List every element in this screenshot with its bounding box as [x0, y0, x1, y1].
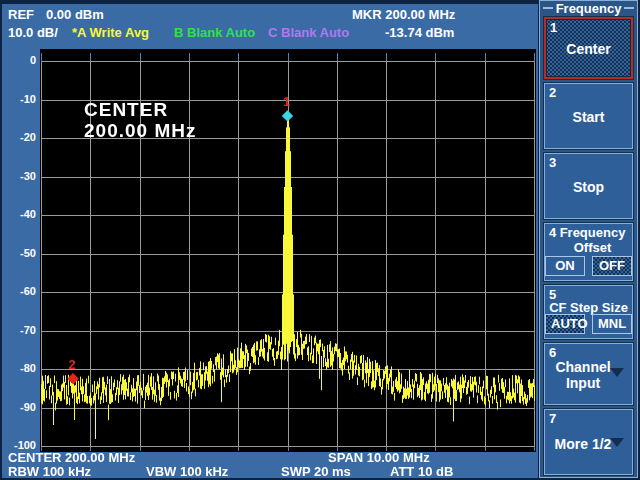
- display-area: REF 0.00 dBm 10.0 dB/ *A Write Avg B Bla…: [2, 4, 538, 478]
- softkey-menu: Frequency 1 Center 2 Start 3 Stop 4 Freq…: [539, 0, 638, 478]
- center-frequency-annotation: CENTER 200.00 MHz: [84, 99, 196, 141]
- divider: [624, 7, 634, 9]
- annotation-line2: 200.00 MHz: [84, 120, 196, 141]
- spectrum-analyzer-screen: REF 0.00 dBm 10.0 dB/ *A Write Avg B Bla…: [0, 0, 640, 480]
- softkey-label: CF Step Size: [545, 300, 632, 315]
- softkey-label: Center: [546, 41, 631, 57]
- vbw-readout: VBW 100 kHz: [146, 464, 228, 479]
- graticule-area: CENTER 200.00 MHz: [40, 49, 536, 452]
- attenuation-readout: ATT 10 dB: [390, 464, 453, 479]
- span-readout: SPAN 10.00 MHz: [328, 450, 430, 465]
- auto-button[interactable]: AUTO: [545, 314, 585, 334]
- trace-c-status: C Blank Auto: [268, 25, 349, 40]
- softkey-label: Start: [545, 109, 632, 125]
- ref-level-label: REF: [8, 7, 34, 22]
- trace-a-status: *A Write Avg: [72, 25, 149, 40]
- sweep-time-readout: SWP 20 ms: [281, 464, 351, 479]
- header-readouts: REF 0.00 dBm 10.0 dB/ *A Write Avg B Bla…: [2, 4, 538, 48]
- y-axis-labels: 0-10-20-30-40-50-60-70-80-90-100: [2, 49, 38, 452]
- y-axis-label: -80: [2, 362, 36, 374]
- y-axis-label: -70: [2, 324, 36, 336]
- off-button[interactable]: OFF: [592, 256, 632, 276]
- softkey-number: 3: [549, 155, 556, 170]
- softkey-frequency-offset[interactable]: 4 Frequency Offset ON OFF: [544, 223, 633, 281]
- submenu-arrow-icon: [610, 368, 624, 377]
- submenu-arrow-icon: [610, 438, 624, 447]
- softkey-start[interactable]: 2 Start: [544, 83, 633, 149]
- divider: [543, 7, 553, 9]
- y-axis-label: -40: [2, 208, 36, 220]
- softkey-number: 1: [550, 20, 557, 35]
- marker-frequency-readout: MKR 200.00 MHz: [352, 7, 455, 22]
- menu-title-row: Frequency: [540, 1, 637, 15]
- softkey-cf-step-size[interactable]: 5 CF Step Size AUTO MNL: [544, 285, 633, 339]
- marker-level-readout: -13.74 dBm: [385, 25, 454, 40]
- on-button[interactable]: ON: [545, 256, 585, 276]
- softkey-channel-input[interactable]: 6 Channel Input: [544, 343, 633, 405]
- center-freq-readout: CENTER 200.00 MHz: [8, 450, 135, 465]
- softkey-label: Channel Input: [551, 359, 615, 391]
- rbw-readout: RBW 100 kHz: [8, 464, 91, 479]
- on-off-toggle: ON OFF: [545, 256, 632, 276]
- softkey-stop[interactable]: 3 Stop: [544, 153, 633, 219]
- auto-mnl-toggle: AUTO MNL: [545, 314, 632, 334]
- y-axis-label: 0: [2, 54, 36, 66]
- y-axis-label: -30: [2, 170, 36, 182]
- annotation-line1: CENTER: [84, 99, 196, 120]
- y-axis-label: -60: [2, 285, 36, 297]
- trace-b-status: B Blank Auto: [174, 25, 255, 40]
- softkey-number: 6: [549, 345, 556, 360]
- softkey-label: Stop: [545, 179, 632, 195]
- softkey-center[interactable]: 1 Center: [544, 17, 633, 79]
- softkey-number: 2: [549, 85, 556, 100]
- y-axis-label: -90: [2, 401, 36, 413]
- menu-title: Frequency: [556, 1, 622, 16]
- ref-level-value: 0.00 dBm: [46, 7, 104, 22]
- mnl-button[interactable]: MNL: [592, 314, 632, 334]
- scale-per-div: 10.0 dB/: [8, 25, 58, 40]
- softkey-number: 7: [549, 411, 556, 426]
- softkey-label: More 1/2: [551, 436, 615, 452]
- softkey-label: Frequency Offset: [545, 225, 632, 255]
- y-axis-label: -50: [2, 247, 36, 259]
- y-axis-label: -20: [2, 131, 36, 143]
- status-bar: CENTER 200.00 MHz SPAN 10.00 MHz RBW 100…: [2, 450, 538, 478]
- y-axis-label: -10: [2, 93, 36, 105]
- softkey-more[interactable]: 7 More 1/2: [544, 409, 633, 475]
